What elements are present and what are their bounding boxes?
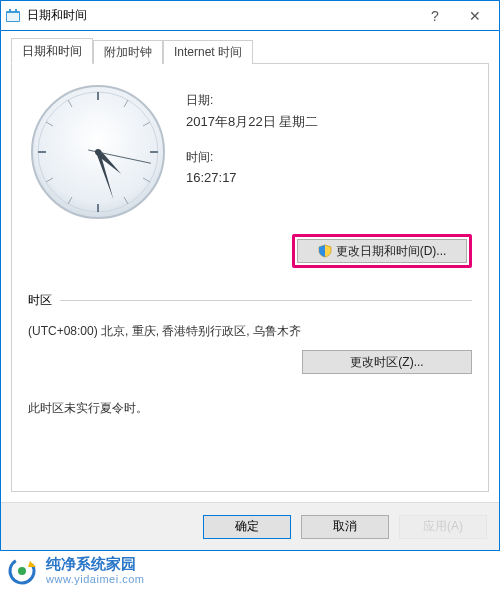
date-value: 2017年8月22日 星期二 — [186, 113, 472, 131]
tabstrip: 日期和时间 附加时钟 Internet 时间 — [11, 39, 489, 63]
svg-rect-3 — [15, 9, 17, 12]
divider — [60, 300, 472, 301]
tab-additional-clocks[interactable]: 附加时钟 — [93, 40, 163, 64]
window-controls: ? ✕ — [415, 2, 495, 30]
change-datetime-label: 更改日期和时间(D)... — [336, 243, 447, 260]
timezone-header-row: 时区 — [28, 292, 472, 309]
watermark-line1: 纯净系统家园 — [46, 555, 144, 573]
window-title: 日期和时间 — [27, 7, 415, 24]
tabpanel-datetime: 日期: 2017年8月22日 星期二 时间: 16:27:17 更改日期和时间(… — [11, 63, 489, 492]
svg-marker-23 — [28, 561, 36, 567]
datetime-dialog: 日期和时间 ? ✕ 日期和时间 附加时钟 Internet 时间 — [0, 0, 500, 551]
apply-button[interactable]: 应用(A) — [399, 515, 487, 539]
date-label: 日期: — [186, 92, 472, 109]
svg-rect-1 — [7, 13, 19, 21]
watermark-logo-icon — [6, 555, 38, 587]
change-timezone-button[interactable]: 更改时区(Z)... — [302, 350, 472, 374]
change-datetime-button[interactable]: 更改日期和时间(D)... — [297, 239, 467, 263]
titlebar: 日期和时间 ? ✕ — [1, 1, 499, 31]
datetime-row: 日期: 2017年8月22日 星期二 时间: 16:27:17 — [28, 82, 472, 222]
time-value: 16:27:17 — [186, 170, 472, 185]
analog-clock — [28, 82, 168, 222]
time-label: 时间: — [186, 149, 472, 166]
change-datetime-row: 更改日期和时间(D)... — [28, 234, 472, 268]
watermark-text: 纯净系统家园 www.yidaimei.com — [46, 555, 144, 586]
close-button[interactable]: ✕ — [455, 2, 495, 30]
svg-rect-2 — [9, 9, 11, 12]
svg-point-21 — [95, 149, 101, 155]
watermark: 纯净系统家园 www.yidaimei.com — [0, 551, 500, 591]
watermark-line2: www.yidaimei.com — [46, 573, 144, 586]
dialog-button-bar: 确定 取消 应用(A) — [1, 502, 499, 550]
clock-app-icon — [5, 8, 21, 24]
svg-point-24 — [18, 567, 26, 575]
dialog-body: 日期和时间 附加时钟 Internet 时间 — [1, 31, 499, 502]
change-tz-row: 更改时区(Z)... — [28, 350, 472, 374]
ok-button[interactable]: 确定 — [203, 515, 291, 539]
tab-datetime[interactable]: 日期和时间 — [11, 38, 93, 64]
timezone-section-label: 时区 — [28, 292, 52, 309]
dst-note: 此时区未实行夏令时。 — [28, 400, 472, 417]
svg-point-22 — [6, 555, 38, 587]
cancel-button[interactable]: 取消 — [301, 515, 389, 539]
help-button[interactable]: ? — [415, 2, 455, 30]
uac-shield-icon — [318, 244, 332, 258]
tab-internet-time[interactable]: Internet 时间 — [163, 40, 253, 64]
datetime-info: 日期: 2017年8月22日 星期二 时间: 16:27:17 — [186, 82, 472, 222]
change-timezone-label: 更改时区(Z)... — [350, 354, 423, 371]
highlight-box: 更改日期和时间(D)... — [292, 234, 472, 268]
timezone-value: (UTC+08:00) 北京, 重庆, 香港特别行政区, 乌鲁木齐 — [28, 323, 472, 340]
